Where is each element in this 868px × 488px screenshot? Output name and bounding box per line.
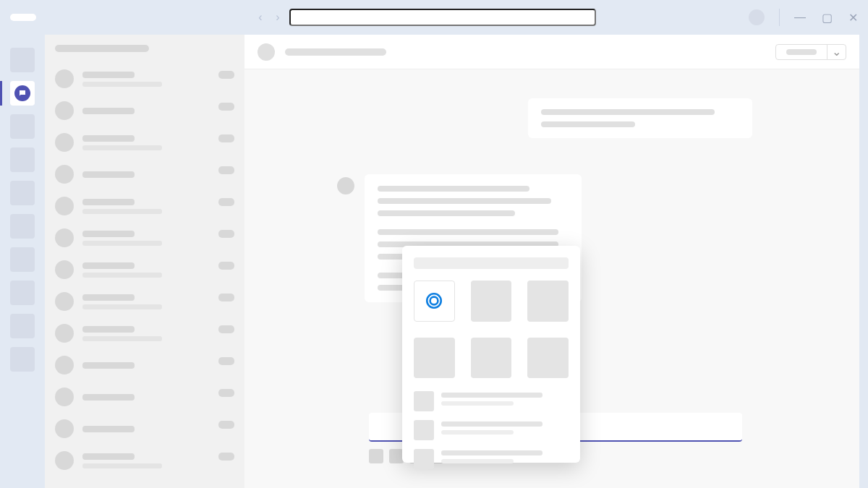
cliq-icon — [425, 291, 443, 310]
svg-point-3 — [430, 297, 438, 305]
chat-item-avatar — [55, 324, 74, 343]
header-action-dropdown[interactable]: ⌄ — [827, 45, 846, 59]
messaging-extensions-popup — [402, 246, 580, 463]
rail-files[interactable] — [10, 214, 35, 239]
chat-list-item[interactable] — [55, 356, 234, 374]
chat-item-timestamp — [218, 357, 234, 365]
chat-item-avatar — [55, 451, 74, 470]
rail-calls[interactable] — [10, 181, 35, 205]
divider — [779, 9, 780, 26]
chat-item-timestamp — [218, 230, 234, 238]
popup-search-input[interactable] — [414, 257, 569, 269]
chat-list-item[interactable] — [55, 388, 234, 406]
list-item-icon — [414, 391, 434, 411]
chat-item-timestamp — [218, 134, 234, 142]
rail-extra2[interactable] — [10, 314, 35, 338]
chat-item-timestamp — [218, 325, 234, 333]
chat-list-item[interactable] — [55, 419, 234, 438]
nav-forward-icon[interactable]: › — [271, 10, 285, 25]
rail-teams[interactable] — [10, 114, 35, 139]
chat-item-timestamp — [218, 262, 234, 270]
chat-item-timestamp — [218, 294, 234, 301]
app-tile-app6[interactable] — [527, 338, 569, 379]
chat-item-avatar — [55, 292, 74, 311]
chat-item-avatar — [55, 101, 74, 120]
chat-list-item[interactable] — [55, 69, 234, 88]
app-tile-app2[interactable] — [471, 281, 512, 322]
chat-item-avatar — [55, 260, 74, 279]
chat-item-timestamp — [218, 198, 234, 206]
chat-list-item[interactable] — [55, 101, 234, 120]
outgoing-message[interactable] — [528, 98, 752, 138]
rail-activity[interactable] — [10, 48, 35, 72]
chat-item-avatar — [55, 419, 74, 438]
app-tile-cliq[interactable] — [414, 281, 455, 322]
chat-list-panel — [45, 35, 244, 488]
chat-item-timestamp — [218, 453, 234, 461]
chat-item-avatar — [55, 133, 74, 152]
chat-item-avatar — [55, 356, 74, 374]
svg-point-2 — [427, 294, 442, 309]
popup-list-item[interactable] — [414, 391, 569, 411]
app-rail — [0, 35, 45, 488]
list-item-icon — [414, 420, 434, 440]
conversation-header: ⌄ — [244, 35, 859, 69]
conversation-avatar[interactable] — [258, 43, 275, 61]
app-tile-app5[interactable] — [471, 338, 512, 379]
chat-item-avatar — [55, 165, 74, 184]
chat-item-timestamp — [218, 421, 234, 429]
rail-calendar[interactable] — [10, 147, 35, 172]
conversation-title — [285, 48, 386, 56]
chat-item-timestamp — [218, 166, 234, 174]
app-tile-app3[interactable] — [527, 281, 569, 322]
chat-list-item[interactable] — [55, 451, 234, 470]
chat-item-avatar — [55, 197, 74, 215]
list-item-icon — [414, 449, 434, 469]
rail-apps[interactable] — [10, 247, 35, 272]
popup-list-item[interactable] — [414, 449, 569, 469]
chat-item-avatar — [55, 228, 74, 247]
chat-item-avatar — [55, 69, 74, 88]
chat-list-item[interactable] — [55, 197, 234, 215]
header-action-button[interactable] — [776, 45, 827, 59]
rail-more[interactable] — [10, 347, 35, 372]
chat-icon — [14, 85, 30, 101]
chat-list-item[interactable] — [55, 133, 234, 152]
app-tile-app4[interactable] — [414, 338, 455, 379]
profile-avatar[interactable] — [749, 9, 765, 25]
format-button[interactable] — [369, 449, 383, 463]
chat-list-item[interactable] — [55, 228, 234, 247]
chat-item-timestamp — [218, 103, 234, 111]
popup-list-item[interactable] — [414, 420, 569, 440]
maximize-button[interactable]: ▢ — [822, 11, 833, 25]
chat-item-timestamp — [218, 389, 234, 397]
chat-list-item[interactable] — [55, 292, 234, 311]
sender-avatar[interactable] — [337, 177, 354, 194]
chat-list-item[interactable] — [55, 165, 234, 184]
title-bar: ‹ › — ▢ ✕ — [0, 0, 868, 35]
chat-item-timestamp — [218, 71, 234, 79]
nav-back-icon[interactable]: ‹ — [253, 10, 268, 25]
chat-item-avatar — [55, 388, 74, 406]
minimize-button[interactable]: — — [794, 11, 806, 25]
chat-list-item[interactable] — [55, 260, 234, 279]
close-button[interactable]: ✕ — [848, 11, 858, 25]
chat-list-item[interactable] — [55, 324, 234, 343]
chat-list-header — [55, 45, 149, 52]
rail-extra1[interactable] — [10, 281, 35, 305]
search-input[interactable] — [289, 9, 596, 26]
attach-button[interactable] — [389, 449, 404, 463]
window-traffic-lights[interactable] — [10, 14, 36, 21]
rail-chat[interactable] — [10, 81, 35, 106]
